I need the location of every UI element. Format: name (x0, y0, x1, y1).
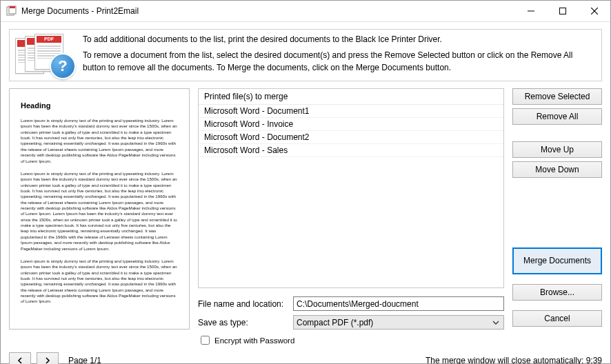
info-line2: To remove a document from the list, sele… (83, 50, 596, 74)
remove-selected-button[interactable]: Remove Selected (512, 88, 602, 105)
content-area: PDF PDF PDF ? To add additional document… (1, 22, 610, 364)
prev-page-button[interactable] (9, 352, 31, 364)
chevron-down-icon (492, 318, 499, 328)
preview-paragraph: Lorem ipsum is simply dummy text of the … (21, 171, 178, 252)
info-line1: To add additional documents to the list,… (83, 34, 596, 46)
move-up-button[interactable]: Move Up (512, 141, 602, 158)
list-item[interactable]: Microsoft Word - Document2 (199, 131, 503, 144)
app-icon (6, 6, 17, 17)
minimize-button[interactable] (515, 1, 547, 21)
preview-page: Heading Lorem ipsum is simply dummy text… (9, 88, 190, 330)
footer: Page 1/1 The merge window will close aut… (9, 352, 602, 364)
svg-rect-2 (10, 6, 15, 8)
saveas-dropdown[interactable]: Compact PDF (*.pdf) (293, 315, 504, 330)
window-title: Merge Documents - Print2Email (21, 6, 139, 16)
list-item[interactable]: Microsoft Word - Invoice (199, 118, 503, 131)
info-text: To add additional documents to the list,… (83, 34, 596, 74)
right-column: Remove Selected Remove All Move Up Move … (512, 88, 602, 347)
preview-column: Heading Lorem ipsum is simply dummy text… (9, 88, 190, 347)
documents-help-icon: PDF PDF PDF ? (15, 34, 74, 75)
list-item[interactable]: Microsoft Word - Sales (199, 144, 503, 157)
preview-paragraph: Lorem ipsum is simply dummy text of the … (21, 118, 178, 164)
help-icon: ? (50, 53, 76, 79)
page-indicator: Page 1/1 (68, 356, 101, 364)
next-page-button[interactable] (37, 352, 59, 364)
cancel-button[interactable]: Cancel (512, 310, 602, 327)
move-down-button[interactable]: Move Down (512, 161, 602, 178)
preview-heading: Heading (21, 101, 178, 110)
auto-close-label: The merge window will close automaticall… (425, 356, 602, 364)
preview-paragraph: Lorem ipsum is simply dummy text of the … (21, 259, 178, 305)
info-box: PDF PDF PDF ? To add additional document… (9, 29, 602, 81)
list-item[interactable]: Microsoft Word - Document1 (199, 105, 503, 118)
browse-button[interactable]: Browse... (512, 284, 602, 301)
file-list[interactable]: Printed file(s) to merge Microsoft Word … (198, 88, 504, 288)
saveas-value: Compact PDF (*.pdf) (297, 318, 373, 327)
encrypt-checkbox[interactable] (201, 336, 210, 345)
titlebar: Merge Documents - Print2Email (1, 1, 610, 22)
merge-documents-button[interactable]: Merge Documents (512, 247, 602, 274)
filename-label: File name and location: (198, 299, 288, 309)
remove-all-button[interactable]: Remove All (512, 108, 602, 125)
encrypt-label: Encrypt with Password (214, 336, 294, 345)
saveas-label: Save as type: (198, 318, 288, 327)
file-list-header: Printed file(s) to merge (199, 89, 503, 105)
middle-column: Printed file(s) to merge Microsoft Word … (198, 88, 504, 347)
close-button[interactable] (579, 1, 610, 21)
maximize-button[interactable] (547, 1, 579, 21)
merge-documents-window: Merge Documents - Print2Email PDF PDF PD… (0, 0, 611, 364)
filename-input[interactable] (293, 296, 504, 311)
svg-rect-4 (560, 8, 566, 14)
